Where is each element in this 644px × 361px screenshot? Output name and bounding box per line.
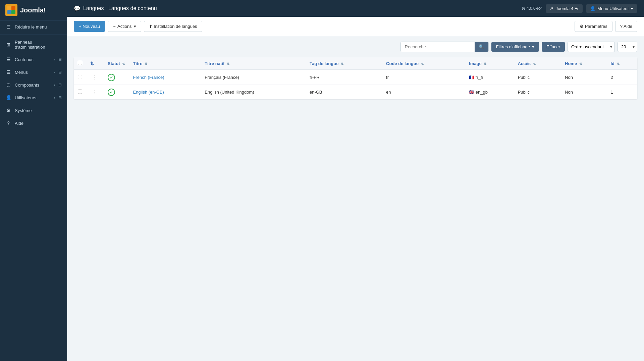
row-kebab-cell: ⋮ — [86, 70, 104, 85]
utilisateurs-icon: 👤 — [5, 95, 11, 101]
search-button[interactable]: 🔍 — [475, 42, 488, 52]
per-page-select[interactable]: 20 — [618, 42, 637, 52]
svg-rect-0 — [7, 6, 11, 10]
toolbar: + Nouveau ··· Actions ▾ ⬆ Installation d… — [67, 17, 644, 36]
svg-rect-1 — [11, 6, 15, 10]
svg-rect-2 — [7, 10, 11, 14]
joomla-frontend-link[interactable]: ↗ Joomla 4 Fr — [546, 4, 583, 13]
composants-grid-icon: ⊞ — [58, 83, 62, 87]
header-tag[interactable]: Tag de langue ⇅ — [306, 57, 382, 70]
user-menu-button[interactable]: 👤 Menu Utilisateur ▾ — [586, 4, 637, 13]
joomla-logo-icon — [5, 4, 17, 16]
header-statut[interactable]: Statut ⇅ — [104, 57, 129, 70]
sidebar-item-utilisateurs[interactable]: 👤 Utilisateurs › ⊞ — [0, 91, 67, 104]
languages-table: ⇅ Statut ⇅ Titre ⇅ Titre natif ⇅ — [74, 57, 637, 99]
langue-link[interactable]: French (France) — [133, 75, 164, 80]
header-titre[interactable]: Titre ⇅ — [129, 57, 201, 70]
sidebar-item-menus[interactable]: ☰ Menus › ⊞ — [0, 66, 67, 79]
svg-rect-3 — [11, 10, 15, 14]
image-sort-icon: ⇅ — [484, 62, 486, 66]
header-titre-natif[interactable]: Titre natif ⇅ — [201, 57, 306, 70]
sidebar-item-composants[interactable]: ⬡ Composants › ⊞ — [0, 79, 67, 91]
table-body: ⋮ ✓ French (France) Français (France) fr… — [74, 70, 637, 99]
systeme-icon: ⚙ — [5, 107, 11, 113]
filter-button[interactable]: Filtres d'affichage ▾ — [491, 42, 539, 52]
sidebar-item-systeme[interactable]: ⚙ Système — [0, 104, 67, 117]
row-titre-natif: Français (France) — [201, 70, 306, 85]
header-image[interactable]: Image ⇅ — [465, 57, 514, 70]
clear-button[interactable]: Effacer — [542, 42, 565, 52]
sidebar-item-contenus[interactable]: ☰ Contenus › ⊞ — [0, 53, 67, 66]
home-icon: ⊞ — [5, 42, 11, 48]
sidebar-logo[interactable]: Joomla! — [0, 0, 67, 20]
topbar-actions: ⌘ 4.0.0-rc4 ↗ Joomla 4 Fr 👤 Menu Utilisa… — [522, 4, 637, 13]
sidebar-item-reduce[interactable]: ☰ Réduire le menu — [0, 20, 67, 33]
page-title: Langues : Langues de contenu — [83, 5, 157, 11]
status-active-icon: ✓ — [108, 74, 115, 81]
sidebar-label-aide: Aide — [15, 121, 62, 126]
home-sort-icon: ⇅ — [579, 62, 582, 66]
id-sort-icon: ⇅ — [617, 62, 620, 66]
order-select[interactable]: Ordre ascendant — [568, 42, 615, 52]
utilisateurs-grid-icon: ⊞ — [58, 95, 62, 100]
search-icon: 🔍 — [479, 44, 484, 49]
params-button[interactable]: ⚙ Paramètres — [575, 21, 612, 32]
row-code: fr — [382, 70, 465, 85]
row-code: en — [382, 85, 465, 100]
sidebar-label-contenus: Contenus — [15, 57, 51, 62]
sidebar-item-aide[interactable]: ? Aide — [0, 117, 67, 130]
header-order-col: ⇅ — [86, 57, 104, 70]
contenus-icon: ☰ — [5, 56, 11, 62]
main-area: 💬 Langues : Langues de contenu ⌘ 4.0.0-r… — [67, 0, 644, 361]
row-acces: Public — [514, 70, 561, 85]
version-label: ⌘ 4.0.0-rc4 — [522, 6, 543, 11]
row-id: 2 — [606, 70, 637, 85]
row-status: ✓ — [104, 70, 129, 85]
search-bar: 🔍 Filtres d'affichage ▾ Effacer Ordre as… — [67, 36, 644, 57]
table-row: ⋮ ✓ English (en-GB) English (United King… — [74, 85, 637, 100]
external-link-icon: ↗ — [550, 6, 553, 11]
row-image: 🇬🇧 en_gb — [465, 85, 514, 100]
search-input-wrap: 🔍 — [400, 42, 489, 52]
table-row: ⋮ ✓ French (France) Français (France) fr… — [74, 70, 637, 85]
new-button[interactable]: + Nouveau — [74, 21, 105, 32]
header-acces[interactable]: Accès ⇅ — [514, 57, 561, 70]
langue-link[interactable]: English (en-GB) — [133, 90, 164, 95]
install-button[interactable]: ⬆ Installation de langues — [144, 21, 202, 32]
menus-grid-icon: ⊞ — [58, 70, 62, 74]
row-status: ✓ — [104, 85, 129, 100]
actions-button[interactable]: ··· Actions ▾ — [108, 21, 141, 32]
select-all-checkbox[interactable] — [78, 61, 82, 65]
row-checkbox[interactable] — [78, 75, 82, 79]
row-titre: English (en-GB) — [129, 85, 201, 100]
table-wrap: ⇅ Statut ⇅ Titre ⇅ Titre natif ⇅ — [67, 57, 644, 106]
sidebar-reduce-label: Réduire le menu — [15, 24, 62, 30]
header-id[interactable]: Id ⇅ — [606, 57, 637, 70]
code-sort-icon: ⇅ — [421, 62, 424, 66]
status-active-icon: ✓ — [108, 89, 115, 96]
row-image: 🇫🇷 fr_fr — [465, 70, 514, 85]
topbar: 💬 Langues : Langues de contenu ⌘ 4.0.0-r… — [67, 0, 644, 17]
row-tag: fr-FR — [306, 70, 382, 85]
tag-sort-icon: ⇅ — [341, 62, 343, 66]
row-kebab-button[interactable]: ⋮ — [90, 88, 100, 96]
header-home[interactable]: Home ⇅ — [561, 57, 606, 70]
titre-sort-icon: ⇅ — [145, 62, 147, 66]
sidebar-label-panneau: Panneau d'administration — [15, 40, 62, 50]
sidebar: Joomla! ☰ Réduire le menu ⊞ Panneau d'ad… — [0, 0, 67, 361]
joomla-logo-text: Joomla! — [20, 6, 46, 14]
order-icon: ⇅ — [90, 61, 94, 66]
search-input[interactable] — [401, 42, 475, 52]
titre-natif-sort-icon: ⇅ — [227, 62, 229, 66]
menus-chevron: › — [54, 70, 55, 74]
topbar-page-icon: 💬 — [74, 5, 80, 12]
menus-icon: ☰ — [5, 69, 11, 75]
sidebar-divider-1 — [0, 35, 67, 35]
sidebar-item-panneau[interactable]: ⊞ Panneau d'administration — [0, 36, 67, 53]
header-code[interactable]: Code de langue ⇅ — [382, 57, 465, 70]
help-button[interactable]: ? Aide — [615, 21, 637, 32]
row-kebab-button[interactable]: ⋮ — [90, 73, 100, 81]
table-header: ⇅ Statut ⇅ Titre ⇅ Titre natif ⇅ — [74, 57, 637, 70]
sidebar-label-utilisateurs: Utilisateurs — [15, 95, 51, 100]
row-checkbox[interactable] — [78, 90, 82, 94]
